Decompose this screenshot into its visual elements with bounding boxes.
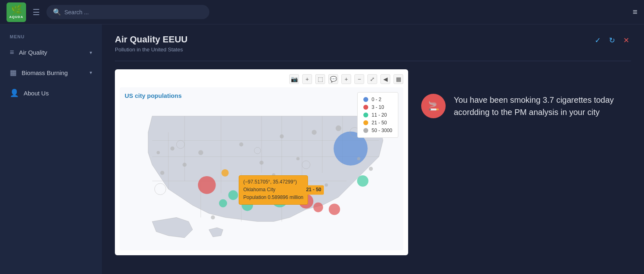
map-legend: 0 - 2 3 - 10 11 - 20 21 - 50 bbox=[357, 92, 398, 138]
map-comment-button[interactable]: 💬 bbox=[328, 74, 338, 84]
search-bar: 🔍 bbox=[46, 5, 209, 19]
sidebar-item-biomass-burning[interactable]: ▦ Biomass Burning ▾ bbox=[0, 62, 102, 83]
legend-item-1: 3 - 10 bbox=[363, 104, 392, 110]
layers-icon[interactable]: ≡ bbox=[633, 7, 637, 17]
search-input[interactable] bbox=[64, 9, 203, 15]
svg-point-30 bbox=[239, 142, 243, 146]
map-grid-button[interactable]: ▦ bbox=[393, 74, 403, 84]
legend-label-1: 3 - 10 bbox=[371, 104, 384, 110]
content-row: 📷 + ⬚ 💬 + − ⤢ ◀ ▦ US city populations bbox=[115, 69, 631, 255]
sidebar-label-biomass-burning: Biomass Burning bbox=[22, 69, 85, 76]
svg-point-31 bbox=[198, 150, 203, 155]
svg-point-21 bbox=[228, 190, 238, 200]
logo-icon: 🌿 bbox=[11, 5, 22, 14]
svg-point-43 bbox=[155, 183, 166, 195]
sidebar-item-air-quality[interactable]: ≡ Air Quality ▾ bbox=[0, 42, 102, 62]
svg-point-32 bbox=[182, 163, 187, 167]
legend-dot-teal bbox=[363, 113, 368, 117]
person-icon: 👤 bbox=[10, 88, 19, 97]
svg-point-35 bbox=[357, 157, 360, 160]
header-actions: ✓ ↻ ✕ bbox=[593, 34, 631, 46]
svg-point-26 bbox=[222, 169, 229, 177]
topbar-right: ≡ bbox=[633, 7, 637, 17]
legend-item-2: 11 - 20 bbox=[363, 112, 392, 118]
tooltip-badge: 21 - 50 bbox=[303, 185, 323, 194]
sidebar-label-about-us: About Us bbox=[24, 90, 92, 97]
logo-text: AQUDA bbox=[9, 15, 23, 19]
page-header: Air Quality EEUU Pollution in the United… bbox=[115, 34, 631, 53]
sidebar: MENU ≡ Air Quality ▾ ▦ Biomass Burning ▾… bbox=[0, 24, 102, 274]
sidebar-menu-label: MENU bbox=[0, 31, 102, 42]
legend-dot-red bbox=[363, 105, 368, 110]
legend-item-3: 21 - 50 bbox=[363, 120, 392, 126]
cigarette-icon: 🚬 bbox=[428, 101, 439, 111]
divider bbox=[115, 61, 631, 61]
sidebar-label-air-quality: Air Quality bbox=[19, 49, 85, 56]
legend-label-2: 11 - 20 bbox=[371, 112, 387, 118]
close-button[interactable]: ✕ bbox=[622, 34, 631, 46]
svg-point-37 bbox=[170, 146, 174, 150]
logo: 🌿 AQUDA bbox=[7, 2, 26, 22]
chevron-down-icon: ▾ bbox=[90, 70, 92, 75]
legend-dot-orange bbox=[363, 120, 368, 125]
topbar: 🌿 AQUDA ☰ 🔍 ≡ bbox=[0, 0, 644, 24]
map-select-button[interactable]: ⬚ bbox=[315, 74, 325, 84]
map-expand-button[interactable]: ⤢ bbox=[367, 74, 377, 84]
map-card: 📷 + ⬚ 💬 + − ⤢ ◀ ▦ US city populations bbox=[115, 69, 408, 255]
legend-item-4: 50 - 3000 bbox=[363, 128, 392, 133]
map-zoom-in-button[interactable]: + bbox=[302, 74, 312, 84]
svg-point-22 bbox=[219, 199, 227, 208]
tooltip-city: Oklahoma City bbox=[243, 186, 303, 194]
hamburger-button[interactable]: ☰ bbox=[33, 7, 40, 17]
svg-point-36 bbox=[369, 167, 373, 171]
svg-point-28 bbox=[280, 134, 284, 138]
cigarette-icon-wrapper: 🚬 bbox=[421, 94, 446, 118]
svg-point-33 bbox=[259, 161, 264, 165]
map-minus-button[interactable]: − bbox=[354, 74, 364, 84]
page-subtitle: Pollution in the United States bbox=[115, 46, 187, 53]
search-icon: 🔍 bbox=[53, 8, 61, 16]
tooltip-coords: (−97.51705°, 35.47299°) bbox=[243, 178, 303, 186]
tooltip-population: Population 0.589896 million bbox=[243, 194, 303, 201]
map-toolbar: 📷 + ⬚ 💬 + − ⤢ ◀ ▦ bbox=[120, 74, 403, 84]
map-add-button[interactable]: + bbox=[341, 74, 351, 84]
svg-point-15 bbox=[313, 203, 323, 212]
check-button[interactable]: ✓ bbox=[593, 34, 602, 46]
sidebar-item-about-us[interactable]: 👤 About Us bbox=[0, 83, 102, 103]
legend-dot-gray bbox=[363, 128, 368, 133]
smoking-info-text: You have been smoking 3.7 cigarettes tod… bbox=[454, 94, 631, 118]
svg-point-16 bbox=[329, 204, 340, 215]
svg-point-29 bbox=[336, 126, 341, 131]
svg-point-17 bbox=[198, 176, 216, 194]
refresh-button[interactable]: ↻ bbox=[607, 34, 617, 46]
map-tooltip: (−97.51705°, 35.47299°) Oklahoma City Po… bbox=[239, 175, 308, 205]
map-camera-button[interactable]: 📷 bbox=[289, 74, 299, 84]
legend-item-0: 0 - 2 bbox=[363, 97, 392, 102]
svg-point-23 bbox=[357, 175, 369, 187]
svg-point-39 bbox=[160, 171, 164, 175]
svg-point-38 bbox=[156, 151, 160, 154]
page-header-left: Air Quality EEUU Pollution in the United… bbox=[115, 34, 187, 53]
legend-label-0: 0 - 2 bbox=[371, 97, 381, 102]
table-icon: ▦ bbox=[10, 68, 17, 77]
svg-point-41 bbox=[325, 183, 328, 187]
svg-point-34 bbox=[297, 157, 300, 160]
map-chart-title: US city populations bbox=[125, 92, 182, 99]
page-title: Air Quality EEUU bbox=[115, 34, 187, 45]
info-panel: 🚬 You have been smoking 3.7 cigarettes t… bbox=[421, 69, 631, 118]
svg-point-42 bbox=[211, 215, 215, 219]
chevron-down-icon: ▾ bbox=[90, 50, 92, 55]
legend-dot-blue bbox=[363, 97, 368, 102]
legend-label-4: 50 - 3000 bbox=[371, 128, 392, 133]
map-back-button[interactable]: ◀ bbox=[380, 74, 390, 84]
layers-icon: ≡ bbox=[10, 48, 14, 57]
map-area: US city populations bbox=[120, 87, 403, 250]
legend-label-3: 21 - 50 bbox=[371, 120, 387, 126]
content-area: Air Quality EEUU Pollution in the United… bbox=[102, 24, 644, 274]
main-layout: MENU ≡ Air Quality ▾ ▦ Biomass Burning ▾… bbox=[0, 24, 644, 274]
svg-point-27 bbox=[312, 130, 317, 135]
